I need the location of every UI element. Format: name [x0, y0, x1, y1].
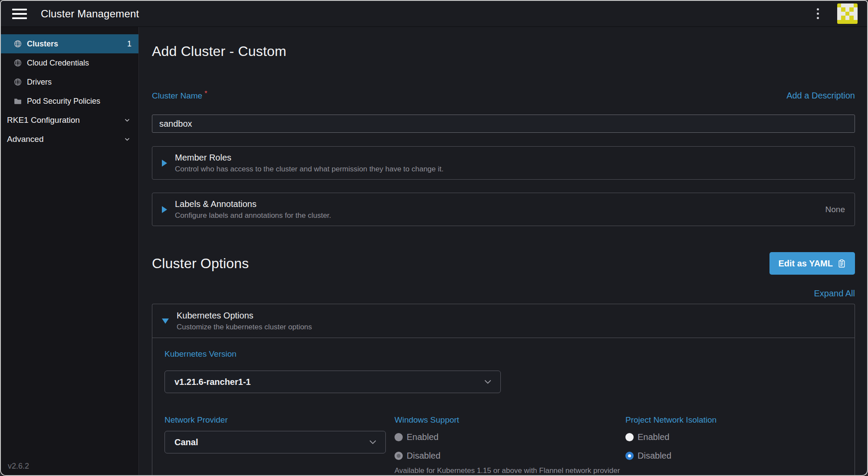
kubernetes-options-title: Kubernetes Options	[177, 310, 845, 321]
network-provider-value: Canal	[174, 437, 198, 447]
kubernetes-options-header[interactable]: Kubernetes Options Customize the kuberne…	[152, 304, 855, 338]
windows-support-help-text: Available for Kubernetes 1.15 or above w…	[395, 466, 625, 475]
member-roles-title: Member Roles	[175, 152, 845, 163]
app-title: Cluster Management	[41, 8, 139, 20]
windows-support-disabled-radio[interactable]: Disabled	[395, 450, 625, 462]
labels-annotations-title: Labels & Annotations	[175, 198, 817, 210]
sidebar-item-label: Clusters	[27, 39, 58, 49]
collapse-caret-icon[interactable]	[162, 318, 169, 324]
cluster-name-label: Cluster Name*	[152, 90, 207, 101]
expand-all-link[interactable]: Expand All	[814, 289, 855, 299]
sidebar: Clusters 1 Cloud Credentials	[1, 27, 139, 475]
labels-annotations-description: Configure labels and annotations for the…	[175, 211, 817, 220]
windows-support-label: Windows Support	[395, 415, 625, 425]
kubernetes-options-description: Customize the kubernetes cluster options	[177, 322, 845, 332]
sidebar-item-pod-security-policies[interactable]: Pod Security Policies	[1, 92, 138, 111]
hamburger-menu-icon[interactable]	[12, 9, 27, 19]
kubernetes-version-select[interactable]: v1.21.6-rancher1-1	[164, 371, 501, 393]
chevron-down-icon	[483, 377, 493, 387]
radio-selected-icon	[395, 452, 403, 460]
radio-icon	[395, 433, 403, 441]
sidebar-item-drivers[interactable]: Drivers	[1, 72, 138, 92]
cluster-name-input[interactable]	[152, 115, 855, 133]
windows-support-field: Windows Support Enabled Disabled	[395, 415, 625, 475]
page-title: Add Cluster - Custom	[152, 43, 855, 59]
sidebar-item-cloud-credentials[interactable]: Cloud Credentials	[1, 53, 138, 72]
globe-icon	[14, 59, 22, 67]
network-provider-select[interactable]: Canal	[164, 431, 386, 453]
expand-caret-icon[interactable]	[162, 206, 167, 213]
sidebar-item-label: Drivers	[27, 78, 52, 87]
clipboard-icon	[837, 259, 846, 268]
sidebar-group-advanced[interactable]: Advanced	[1, 130, 138, 149]
expand-caret-icon[interactable]	[162, 160, 167, 167]
member-roles-section[interactable]: Member Roles Control who has access to t…	[152, 146, 855, 180]
top-header: Cluster Management	[1, 1, 867, 27]
add-description-link[interactable]: Add a Description	[786, 91, 855, 101]
folder-icon	[14, 97, 22, 105]
sidebar-item-clusters[interactable]: Clusters 1	[1, 34, 138, 53]
sidebar-group-label: Advanced	[7, 135, 44, 144]
network-provider-label: Network Provider	[164, 415, 395, 425]
kubernetes-options-section: Kubernetes Options Customize the kuberne…	[152, 304, 855, 475]
sidebar-item-label: Cloud Credentials	[27, 59, 89, 68]
chevron-down-icon	[124, 136, 131, 143]
edit-as-yaml-button[interactable]: Edit as YAML	[769, 252, 855, 275]
labels-annotations-section[interactable]: Labels & Annotations Configure labels an…	[152, 193, 855, 226]
globe-icon	[14, 40, 22, 48]
project-network-isolation-field: Project Network Isolation Enabled Disabl…	[625, 415, 842, 475]
kubernetes-version-label: Kubernetes Version	[164, 349, 842, 359]
chevron-down-icon	[368, 437, 378, 447]
user-avatar[interactable]	[837, 3, 858, 24]
labels-annotations-value: None	[825, 205, 845, 214]
app-window: Cluster Management Clusters 1	[0, 0, 868, 476]
radio-icon	[625, 433, 634, 441]
windows-support-enabled-radio[interactable]: Enabled	[395, 431, 625, 443]
clusters-count-badge: 1	[127, 39, 132, 49]
main-content: Add Cluster - Custom Cluster Name* Add a…	[139, 27, 867, 475]
project-network-isolation-disabled-radio[interactable]: Disabled	[625, 450, 842, 462]
sidebar-item-label: Pod Security Policies	[27, 97, 100, 106]
sidebar-group-rke1-configuration[interactable]: RKE1 Configuration	[1, 111, 138, 130]
globe-icon	[14, 78, 22, 86]
required-asterisk: *	[204, 90, 207, 97]
app-version: v2.6.2	[8, 462, 29, 471]
cluster-options-title: Cluster Options	[152, 256, 249, 272]
radio-selected-icon	[625, 452, 634, 460]
chevron-down-icon	[124, 117, 131, 124]
network-provider-field: Network Provider Canal	[164, 415, 395, 475]
kubernetes-version-value: v1.21.6-rancher1-1	[174, 377, 251, 387]
project-network-isolation-label: Project Network Isolation	[625, 415, 842, 425]
member-roles-description: Control who has access to the cluster an…	[175, 164, 845, 174]
project-network-isolation-enabled-radio[interactable]: Enabled	[625, 431, 842, 443]
kebab-menu-icon[interactable]	[811, 5, 825, 23]
sidebar-group-label: RKE1 Configuration	[7, 115, 80, 125]
